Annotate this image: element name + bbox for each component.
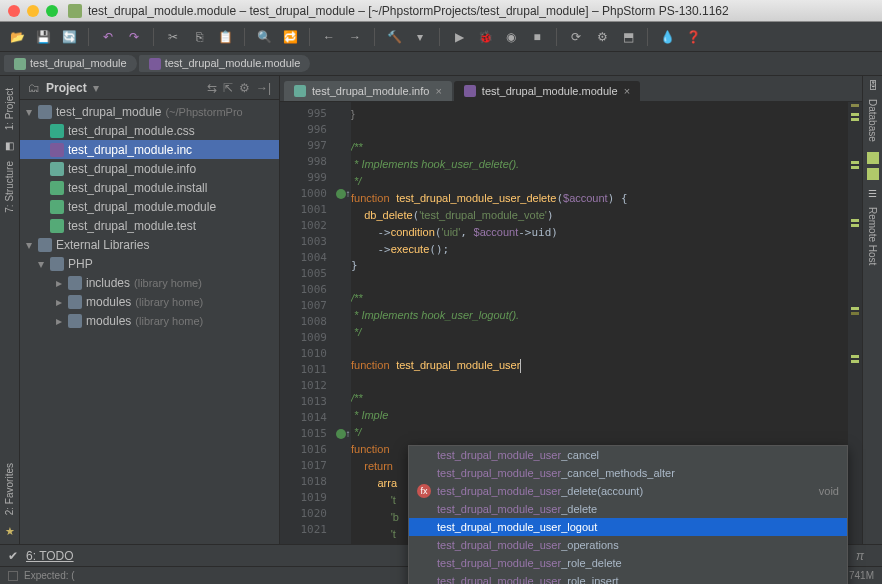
disclosure-arrow-icon[interactable]: ▸ bbox=[54, 314, 64, 328]
tree-node[interactable]: test_drupal_module.inc bbox=[20, 140, 279, 159]
breadcrumb[interactable]: test_drupal_module bbox=[4, 55, 137, 72]
folder-icon bbox=[38, 105, 52, 119]
disclosure-arrow-icon[interactable]: ▸ bbox=[54, 276, 64, 290]
autocomplete-item[interactable]: test_drupal_module_user_operations bbox=[409, 536, 847, 554]
redo-button[interactable]: ↷ bbox=[123, 26, 145, 48]
autocomplete-item[interactable]: test_drupal_module_user_cancel_methods_a… bbox=[409, 464, 847, 482]
suggestion-icon bbox=[417, 466, 431, 480]
info-icon bbox=[294, 85, 306, 97]
sync-button[interactable]: 🔄 bbox=[58, 26, 80, 48]
tab-info[interactable]: test_drupal_module.info× bbox=[284, 81, 452, 101]
autocomplete-item[interactable]: fxtest_drupal_module_user_delete(account… bbox=[409, 482, 847, 500]
tree-label: test_drupal_module.inc bbox=[68, 143, 192, 157]
suggestion-icon bbox=[417, 556, 431, 570]
tree-node[interactable]: test_drupal_module.test bbox=[20, 216, 279, 235]
file-icon bbox=[68, 4, 82, 18]
collapse-icon[interactable]: ⇱ bbox=[223, 81, 233, 95]
css-icon bbox=[50, 124, 64, 138]
copy-button[interactable]: ⎘ bbox=[188, 26, 210, 48]
hide-icon[interactable]: →| bbox=[256, 81, 271, 95]
tree-node[interactable]: ▸modules (library home) bbox=[20, 292, 279, 311]
undo-button[interactable]: ↶ bbox=[97, 26, 119, 48]
scroll-from-source-icon[interactable]: ⇆ bbox=[207, 81, 217, 95]
suggestion-icon bbox=[417, 538, 431, 552]
disclosure-arrow-icon[interactable]: ▾ bbox=[36, 257, 46, 271]
project-structure-button[interactable]: ⚙ bbox=[591, 26, 613, 48]
tree-node[interactable]: ▸modules (library home) bbox=[20, 311, 279, 330]
tree-node[interactable]: ▸includes (library home) bbox=[20, 273, 279, 292]
window-controls bbox=[8, 5, 58, 17]
close-tab-icon[interactable]: × bbox=[435, 85, 441, 97]
dropdown-icon[interactable]: ▾ bbox=[93, 81, 99, 95]
tree-node[interactable]: test_drupal_module.css bbox=[20, 121, 279, 140]
project-tree[interactable]: ▾test_drupal_module (~/PhpstormProtest_d… bbox=[20, 100, 279, 544]
close-window-icon[interactable] bbox=[8, 5, 20, 17]
pi-icon[interactable]: π bbox=[856, 549, 874, 563]
line-number-gutter[interactable]: 995 996 997 998 999 1000 1001 1002 1003 … bbox=[280, 102, 335, 544]
paste-button[interactable]: 📋 bbox=[214, 26, 236, 48]
disclosure-arrow-icon[interactable]: ▾ bbox=[24, 238, 34, 252]
tree-node[interactable]: test_drupal_module.install bbox=[20, 178, 279, 197]
tree-node[interactable]: ▾PHP bbox=[20, 254, 279, 273]
coverage-button[interactable]: ◉ bbox=[500, 26, 522, 48]
separator bbox=[374, 28, 375, 46]
back-button[interactable]: ← bbox=[318, 26, 340, 48]
close-tab-icon[interactable]: × bbox=[624, 85, 630, 97]
build-button[interactable]: 🔨 bbox=[383, 26, 405, 48]
php-icon bbox=[149, 58, 161, 70]
run-config-dropdown[interactable]: ▾ bbox=[409, 26, 431, 48]
marker-icon bbox=[867, 168, 879, 180]
breadcrumb[interactable]: test_drupal_module.module bbox=[139, 55, 311, 72]
autocomplete-item[interactable]: test_drupal_module_user_logout bbox=[409, 518, 847, 536]
save-button[interactable]: 💾 bbox=[32, 26, 54, 48]
tool-remote-host[interactable]: Remote Host bbox=[865, 199, 880, 273]
tree-node[interactable]: ▾External Libraries bbox=[20, 235, 279, 254]
php-icon bbox=[50, 143, 64, 157]
autocomplete-item[interactable]: test_drupal_module_user_role_insert bbox=[409, 572, 847, 584]
minimize-window-icon[interactable] bbox=[27, 5, 39, 17]
autocomplete-item[interactable]: test_drupal_module_user_delete bbox=[409, 500, 847, 518]
find-button[interactable]: 🔍 bbox=[253, 26, 275, 48]
editor-error-stripe[interactable] bbox=[848, 102, 862, 544]
autocomplete-item[interactable]: test_drupal_module_user_role_delete bbox=[409, 554, 847, 572]
replace-button[interactable]: 🔁 bbox=[279, 26, 301, 48]
autocomplete-item[interactable]: test_drupal_module_user_cancel bbox=[409, 446, 847, 464]
separator bbox=[556, 28, 557, 46]
sync-project-button[interactable]: ⟳ bbox=[565, 26, 587, 48]
help-button[interactable]: ❓ bbox=[682, 26, 704, 48]
zoom-window-icon[interactable] bbox=[46, 5, 58, 17]
tab-module[interactable]: test_drupal_module.module× bbox=[454, 81, 640, 101]
tool-favorites[interactable]: 2: Favorites bbox=[2, 455, 17, 523]
mod-icon bbox=[50, 200, 64, 214]
project-title: Project bbox=[46, 81, 87, 95]
disclosure-arrow-icon[interactable]: ▾ bbox=[24, 105, 34, 119]
status-indicator-icon[interactable] bbox=[8, 571, 18, 581]
gear-icon[interactable]: ⚙ bbox=[239, 81, 250, 95]
tool-todo[interactable]: 6: TODO bbox=[26, 549, 74, 563]
folder-icon bbox=[50, 257, 64, 271]
tool-structure[interactable]: 7: Structure bbox=[2, 153, 17, 221]
tree-node[interactable]: test_drupal_module.info bbox=[20, 159, 279, 178]
tree-node[interactable]: test_drupal_module.module bbox=[20, 197, 279, 216]
gutter-markers[interactable]: ↑↑ bbox=[335, 102, 351, 544]
tool-project[interactable]: 1: Project bbox=[2, 80, 17, 138]
open-file-button[interactable]: 📂 bbox=[6, 26, 28, 48]
run-button[interactable]: ▶ bbox=[448, 26, 470, 48]
folder-icon bbox=[68, 314, 82, 328]
titlebar: test_drupal_module.module – test_drupal_… bbox=[0, 0, 882, 22]
cut-button[interactable]: ✂ bbox=[162, 26, 184, 48]
drupal-button[interactable]: 💧 bbox=[656, 26, 678, 48]
left-tool-rail: 1: Project ◧ 7: Structure 2: Favorites ★ bbox=[0, 76, 20, 544]
tool-database[interactable]: Database bbox=[865, 91, 880, 150]
sdk-button[interactable]: ⬒ bbox=[617, 26, 639, 48]
separator bbox=[309, 28, 310, 46]
tree-dim: (library home) bbox=[135, 296, 203, 308]
tree-node[interactable]: ▾test_drupal_module (~/PhpstormPro bbox=[20, 102, 279, 121]
status-message: Expected: ( bbox=[24, 570, 75, 581]
remote-icon: ☰ bbox=[868, 188, 877, 199]
forward-button[interactable]: → bbox=[344, 26, 366, 48]
stop-button[interactable]: ■ bbox=[526, 26, 548, 48]
mod-icon bbox=[50, 219, 64, 233]
debug-button[interactable]: 🐞 bbox=[474, 26, 496, 48]
disclosure-arrow-icon[interactable]: ▸ bbox=[54, 295, 64, 309]
